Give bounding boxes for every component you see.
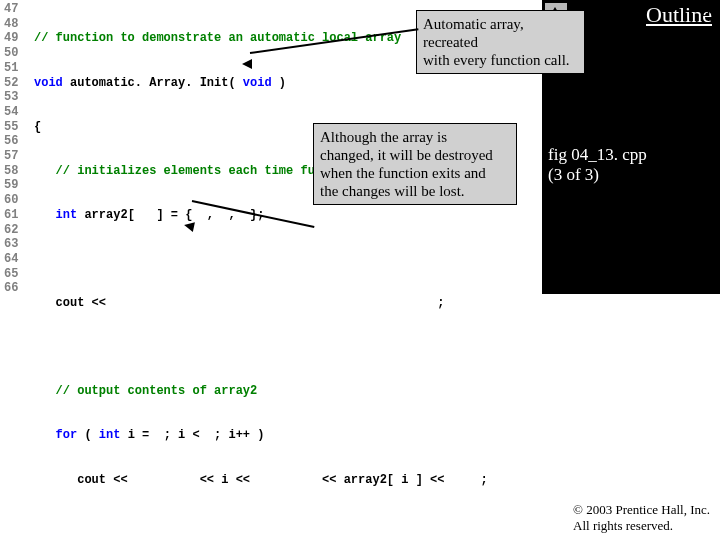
line-number: 57 — [4, 149, 30, 164]
code-text: ( — [77, 428, 99, 442]
line-number: 63 — [4, 237, 30, 252]
line-number: 51 — [4, 61, 30, 76]
callout-text: with every function call. — [423, 52, 570, 68]
copyright-line: All rights reserved. — [573, 518, 673, 533]
line-number: 54 — [4, 105, 30, 120]
code-text: ) — [272, 76, 286, 90]
line-number: 56 — [4, 134, 30, 149]
callout-array-destroyed: Although the array is changed, it will b… — [313, 123, 517, 205]
line-number: 64 — [4, 252, 30, 267]
copyright-notice: © 2003 Prentice Hall, Inc. All rights re… — [573, 502, 710, 534]
line-number: 59 — [4, 178, 30, 193]
callout-text: Although the array is — [320, 129, 447, 145]
code-text: cout << ; — [34, 296, 444, 310]
code-keyword: int — [99, 428, 121, 442]
callout-automatic-array: Automatic array, recreated with every fu… — [416, 10, 585, 74]
line-number: 47 — [4, 2, 30, 17]
code-keyword: void — [243, 76, 272, 90]
line-number: 66 — [4, 281, 30, 296]
callout-text: the changes will be lost. — [320, 183, 465, 199]
code-text: automatic. Array. Init( — [63, 76, 243, 90]
code-text — [34, 340, 41, 354]
code-text — [34, 517, 41, 531]
copyright-line: © 2003 Prentice Hall, Inc. — [573, 502, 710, 517]
line-number: 50 — [4, 46, 30, 61]
code-text: { — [34, 120, 41, 134]
line-number: 60 — [4, 193, 30, 208]
figure-part: (3 of 3) — [548, 165, 599, 184]
code-text — [34, 252, 41, 266]
line-number: 55 — [4, 120, 30, 135]
code-text: i = ; i < ; i++ ) — [120, 428, 264, 442]
callout-text: changed, it will be destroyed — [320, 147, 493, 163]
code-keyword: int — [34, 208, 77, 222]
code-text: cout << << i << << array2[ i ] << ; — [34, 473, 488, 487]
code-keyword: for — [34, 428, 77, 442]
line-number: 58 — [4, 164, 30, 179]
line-number: 61 — [4, 208, 30, 223]
callout-arrow-head-icon — [242, 59, 252, 69]
callout-arrow-head-icon — [183, 220, 195, 232]
code-content: // function to demonstrate an automatic … — [34, 2, 488, 540]
line-number: 49 — [4, 31, 30, 46]
line-number: 62 — [4, 223, 30, 238]
code-keyword: void — [34, 76, 63, 90]
slide-number: 31 — [702, 2, 718, 20]
line-number-gutter: 47 48 49 50 51 52 53 54 55 56 57 58 59 6… — [4, 2, 30, 296]
callout-text: Automatic array, recreated — [423, 16, 524, 50]
figure-reference: fig 04_13. cpp (3 of 3) — [548, 145, 647, 185]
line-number: 53 — [4, 90, 30, 105]
figure-filename: fig 04_13. cpp — [548, 145, 647, 164]
callout-text: when the function exits and — [320, 165, 486, 181]
code-comment: // output contents of array2 — [34, 384, 257, 398]
line-number: 48 — [4, 17, 30, 32]
line-number: 52 — [4, 76, 30, 91]
line-number: 65 — [4, 267, 30, 282]
